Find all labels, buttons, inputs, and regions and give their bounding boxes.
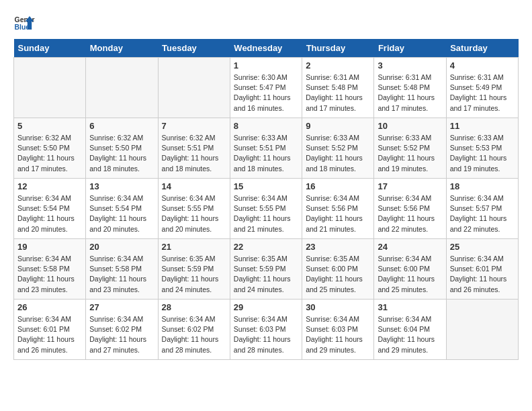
calendar-cell: 11Sunrise: 6:33 AMSunset: 5:53 PMDayligh… [446,118,518,179]
day-number: 13 [89,181,154,191]
calendar-cell: 22Sunrise: 6:35 AMSunset: 5:59 PMDayligh… [230,239,302,300]
day-info: Sunrise: 6:34 AMSunset: 5:55 PMDaylight:… [234,193,298,234]
day-number: 21 [162,242,226,252]
calendar-cell: 3Sunrise: 6:31 AMSunset: 5:48 PMDaylight… [374,58,446,118]
day-info: Sunrise: 6:34 AMSunset: 5:54 PMDaylight:… [89,193,154,234]
calendar-cell: 17Sunrise: 6:34 AMSunset: 5:56 PMDayligh… [374,179,446,239]
calendar-week-row: 19Sunrise: 6:34 AMSunset: 5:58 PMDayligh… [14,239,519,300]
day-info: Sunrise: 6:35 AMSunset: 5:59 PMDaylight:… [234,254,298,295]
calendar-cell: 7Sunrise: 6:32 AMSunset: 5:51 PMDaylight… [158,118,230,179]
day-number: 11 [450,121,515,131]
day-number: 18 [450,181,515,191]
day-number: 3 [378,60,442,71]
day-info: Sunrise: 6:33 AMSunset: 5:52 PMDaylight:… [306,133,370,174]
calendar-week-row: 26Sunrise: 6:34 AMSunset: 6:01 PMDayligh… [14,300,519,360]
day-number: 20 [89,242,154,252]
day-number: 22 [234,242,298,252]
day-number: 25 [450,242,515,252]
day-info: Sunrise: 6:31 AMSunset: 5:48 PMDaylight:… [306,73,370,113]
day-number: 9 [306,121,370,131]
calendar-cell: 29Sunrise: 6:34 AMSunset: 6:03 PMDayligh… [230,300,302,360]
calendar-week-row: 12Sunrise: 6:34 AMSunset: 5:54 PMDayligh… [14,179,519,239]
day-info: Sunrise: 6:34 AMSunset: 6:02 PMDaylight:… [89,314,154,355]
day-number: 23 [306,242,370,252]
day-number: 24 [378,242,442,252]
day-number: 19 [17,242,82,252]
logo-icon: General Blue [13,13,35,32]
day-info: Sunrise: 6:34 AMSunset: 5:55 PMDaylight:… [162,193,226,234]
day-header: Friday [374,39,446,58]
day-info: Sunrise: 6:34 AMSunset: 5:54 PMDaylight:… [17,193,82,234]
calendar-cell: 19Sunrise: 6:34 AMSunset: 5:58 PMDayligh… [14,239,86,300]
calendar-cell: 21Sunrise: 6:35 AMSunset: 5:59 PMDayligh… [158,239,230,300]
day-info: Sunrise: 6:34 AMSunset: 6:04 PMDaylight:… [378,314,442,355]
day-info: Sunrise: 6:33 AMSunset: 5:51 PMDaylight:… [234,133,298,174]
calendar-cell: 13Sunrise: 6:34 AMSunset: 5:54 PMDayligh… [86,179,158,239]
calendar-cell: 12Sunrise: 6:34 AMSunset: 5:54 PMDayligh… [14,179,86,239]
calendar-cell: 27Sunrise: 6:34 AMSunset: 6:02 PMDayligh… [86,300,158,360]
calendar-cell: 18Sunrise: 6:34 AMSunset: 5:57 PMDayligh… [446,179,518,239]
day-number: 31 [378,302,442,312]
calendar-cell: 9Sunrise: 6:33 AMSunset: 5:52 PMDaylight… [302,118,374,179]
day-info: Sunrise: 6:34 AMSunset: 6:00 PMDaylight:… [378,254,442,295]
day-info: Sunrise: 6:35 AMSunset: 6:00 PMDaylight:… [306,254,370,295]
day-info: Sunrise: 6:31 AMSunset: 5:48 PMDaylight:… [378,73,442,113]
page-header: General Blue [13,13,519,32]
day-number: 1 [234,60,298,71]
day-info: Sunrise: 6:32 AMSunset: 5:50 PMDaylight:… [17,133,82,174]
calendar-table: SundayMondayTuesdayWednesdayThursdayFrid… [13,39,519,360]
day-number: 7 [162,121,226,131]
day-info: Sunrise: 6:34 AMSunset: 6:03 PMDaylight:… [306,314,370,355]
day-info: Sunrise: 6:30 AMSunset: 5:47 PMDaylight:… [234,73,298,113]
calendar-cell: 30Sunrise: 6:34 AMSunset: 6:03 PMDayligh… [302,300,374,360]
day-number: 17 [378,181,442,191]
calendar-cell: 24Sunrise: 6:34 AMSunset: 6:00 PMDayligh… [374,239,446,300]
calendar-cell: 6Sunrise: 6:32 AMSunset: 5:50 PMDaylight… [86,118,158,179]
day-number: 4 [450,60,515,71]
day-header: Thursday [302,39,374,58]
day-info: Sunrise: 6:32 AMSunset: 5:51 PMDaylight:… [162,133,226,174]
day-number: 30 [306,302,370,312]
day-number: 2 [306,60,370,71]
day-number: 28 [162,302,226,312]
day-number: 27 [89,302,154,312]
calendar-week-row: 1Sunrise: 6:30 AMSunset: 5:47 PMDaylight… [14,58,519,118]
day-header: Saturday [446,39,518,58]
day-info: Sunrise: 6:34 AMSunset: 6:03 PMDaylight:… [234,314,298,355]
calendar-cell: 2Sunrise: 6:31 AMSunset: 5:48 PMDaylight… [302,58,374,118]
calendar-cell: 5Sunrise: 6:32 AMSunset: 5:50 PMDaylight… [14,118,86,179]
day-number: 10 [378,121,442,131]
day-info: Sunrise: 6:31 AMSunset: 5:49 PMDaylight:… [450,73,515,113]
day-number: 15 [234,181,298,191]
logo: General Blue [13,13,35,32]
day-info: Sunrise: 6:35 AMSunset: 5:59 PMDaylight:… [162,254,226,295]
day-number: 14 [162,181,226,191]
day-info: Sunrise: 6:32 AMSunset: 5:50 PMDaylight:… [89,133,154,174]
calendar-cell [158,58,230,118]
day-number: 8 [234,121,298,131]
day-header: Wednesday [230,39,302,58]
day-info: Sunrise: 6:33 AMSunset: 5:53 PMDaylight:… [450,133,515,174]
day-number: 6 [89,121,154,131]
day-info: Sunrise: 6:34 AMSunset: 6:01 PMDaylight:… [17,314,82,355]
calendar-cell: 20Sunrise: 6:34 AMSunset: 5:58 PMDayligh… [86,239,158,300]
calendar-cell [86,58,158,118]
calendar-cell [446,300,518,360]
day-info: Sunrise: 6:34 AMSunset: 6:01 PMDaylight:… [450,254,515,295]
day-header-row: SundayMondayTuesdayWednesdayThursdayFrid… [14,39,519,58]
day-number: 5 [17,121,82,131]
calendar-cell: 31Sunrise: 6:34 AMSunset: 6:04 PMDayligh… [374,300,446,360]
day-number: 16 [306,181,370,191]
day-number: 12 [17,181,82,191]
calendar-cell [14,58,86,118]
calendar-cell: 25Sunrise: 6:34 AMSunset: 6:01 PMDayligh… [446,239,518,300]
day-header: Sunday [14,39,86,58]
day-info: Sunrise: 6:34 AMSunset: 6:02 PMDaylight:… [162,314,226,355]
day-info: Sunrise: 6:33 AMSunset: 5:52 PMDaylight:… [378,133,442,174]
day-info: Sunrise: 6:34 AMSunset: 5:58 PMDaylight:… [17,254,82,295]
calendar-cell: 26Sunrise: 6:34 AMSunset: 6:01 PMDayligh… [14,300,86,360]
calendar-cell: 15Sunrise: 6:34 AMSunset: 5:55 PMDayligh… [230,179,302,239]
day-info: Sunrise: 6:34 AMSunset: 5:58 PMDaylight:… [89,254,154,295]
day-number: 26 [17,302,82,312]
calendar-cell: 4Sunrise: 6:31 AMSunset: 5:49 PMDaylight… [446,58,518,118]
